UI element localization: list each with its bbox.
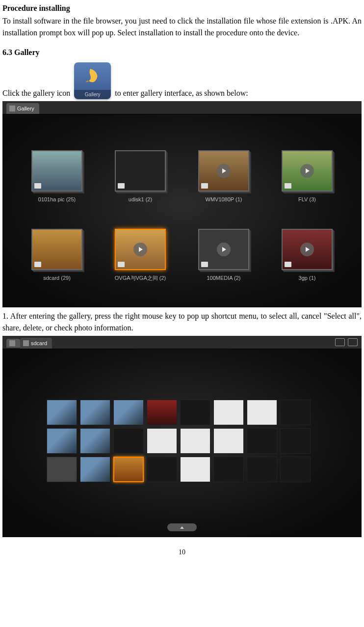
- page-number: 10: [2, 547, 362, 557]
- photo-thumbnail[interactable]: [280, 457, 311, 482]
- album-thumbnail: [31, 150, 82, 191]
- photo-thumbnail[interactable]: [80, 428, 110, 454]
- folder-icon: [201, 183, 208, 189]
- photo-thumbnail[interactable]: [180, 428, 210, 454]
- folder-icon: [285, 262, 291, 267]
- play-icon: [300, 243, 314, 256]
- album-item[interactable]: FLV (3): [275, 150, 339, 219]
- photo-thumbnail[interactable]: [180, 400, 210, 425]
- play-icon: [217, 164, 231, 178]
- body-procedure-installing: To install software in the file browser,…: [2, 15, 362, 39]
- photo-thumbnail[interactable]: [213, 428, 244, 454]
- photo-thumbnail[interactable]: [213, 457, 244, 482]
- photo-thumbnail[interactable]: [280, 400, 311, 425]
- album-label: 3gp (1): [299, 274, 316, 282]
- album-item[interactable]: 100MEDIA (2): [192, 229, 256, 298]
- album-thumbnail: [198, 229, 249, 270]
- album-item[interactable]: udisk1 (2): [108, 150, 172, 219]
- expand-handle[interactable]: [167, 523, 197, 531]
- folder-icon: [285, 183, 291, 189]
- sdcard-tab-label: sdcard: [31, 339, 47, 348]
- play-icon: [300, 164, 314, 178]
- album-label: WMV1080P (1): [206, 195, 242, 204]
- gallery-albums-screenshot: Gallery 0101ha pic (25) udisk1 (2) WMV10…: [2, 101, 362, 307]
- heading-procedure-installing: Procedure installing: [2, 2, 362, 14]
- photo-thumbnail[interactable]: [213, 400, 244, 425]
- top-bar: Gallery: [2, 101, 362, 114]
- album-label: FLV (3): [298, 195, 316, 204]
- album-thumbnail: [198, 150, 249, 191]
- album-label: OVGA与VGA之间 (2): [115, 274, 166, 282]
- photo-thumbnail[interactable]: [147, 457, 177, 482]
- gallery-tab-icon: [9, 106, 15, 111]
- gallery-icon-label: Gallery: [74, 90, 111, 99]
- view-mode-icon-1[interactable]: [335, 338, 345, 346]
- photo-thumbnail[interactable]: [247, 457, 277, 482]
- folder-tab-icon: [23, 340, 29, 346]
- list-item-1: 1. After entering the gallery, press the…: [2, 310, 362, 334]
- album-thumbnail: [282, 229, 333, 270]
- photo-grid: [47, 400, 311, 482]
- album-item[interactable]: OVGA与VGA之间 (2): [108, 229, 172, 298]
- folder-icon: [34, 183, 41, 189]
- album-label: sdcard (29): [43, 274, 71, 282]
- gallery-app-icon: Gallery: [74, 62, 111, 99]
- photo-thumbnail[interactable]: [47, 428, 77, 454]
- album-thumbnail: [115, 229, 166, 270]
- folder-icon: [201, 262, 208, 267]
- photo-thumbnail[interactable]: [247, 400, 277, 425]
- photo-thumbnail[interactable]: [113, 400, 144, 425]
- top-bar-right: [335, 338, 358, 346]
- photo-thumbnail[interactable]: [47, 457, 77, 482]
- play-icon: [217, 243, 231, 256]
- photo-thumbnail[interactable]: [80, 457, 110, 482]
- gallery-tab-icon: [9, 340, 15, 346]
- album-grid: 0101ha pic (25) udisk1 (2) WMV1080P (1) …: [25, 150, 339, 298]
- album-thumbnail: [31, 229, 82, 270]
- gallery-tab-label: Gallery: [17, 105, 34, 113]
- album-label: 100MEDIA (2): [207, 274, 240, 282]
- album-label: udisk1 (2): [129, 195, 152, 204]
- gallery-tab[interactable]: Gallery: [6, 103, 39, 114]
- album-item[interactable]: sdcard (29): [25, 229, 89, 298]
- album-item[interactable]: WMV1080P (1): [192, 150, 256, 219]
- view-mode-icon-2[interactable]: [348, 338, 358, 346]
- text-before-icon: Click the gallery icon: [2, 87, 70, 99]
- photo-thumbnail[interactable]: [247, 428, 277, 454]
- gallery-icon-art: [74, 62, 111, 90]
- album-item[interactable]: 3gp (1): [275, 229, 339, 298]
- photo-thumbnail[interactable]: [113, 428, 144, 454]
- photo-thumbnail[interactable]: [280, 428, 311, 454]
- album-label: 0101ha pic (25): [38, 195, 76, 204]
- sdcard-tab[interactable]: sdcard: [20, 338, 52, 349]
- photo-thumbnail[interactable]: [147, 428, 177, 454]
- text-after-icon: to enter gallery interface, as shown bel…: [115, 87, 248, 99]
- photo-thumbnail[interactable]: [113, 457, 144, 482]
- album-thumbnail: [115, 150, 166, 191]
- photo-thumbnail[interactable]: [147, 400, 177, 425]
- folder-icon: [118, 183, 125, 189]
- top-bar: sdcard: [2, 336, 362, 349]
- folder-icon: [34, 262, 41, 267]
- gallery-icon-line: Click the gallery icon Gallery to enter …: [2, 62, 362, 99]
- section-heading-gallery: 6.3 Gallery: [2, 47, 362, 58]
- play-icon: [133, 243, 147, 256]
- album-item[interactable]: 0101ha pic (25): [25, 150, 89, 219]
- back-tab[interactable]: [6, 339, 20, 348]
- photo-thumbnail[interactable]: [180, 457, 210, 482]
- folder-icon: [118, 262, 125, 267]
- gallery-photos-screenshot: sdcard: [2, 336, 362, 537]
- photo-thumbnail[interactable]: [80, 400, 110, 425]
- photo-thumbnail[interactable]: [47, 400, 77, 425]
- album-thumbnail: [282, 150, 333, 191]
